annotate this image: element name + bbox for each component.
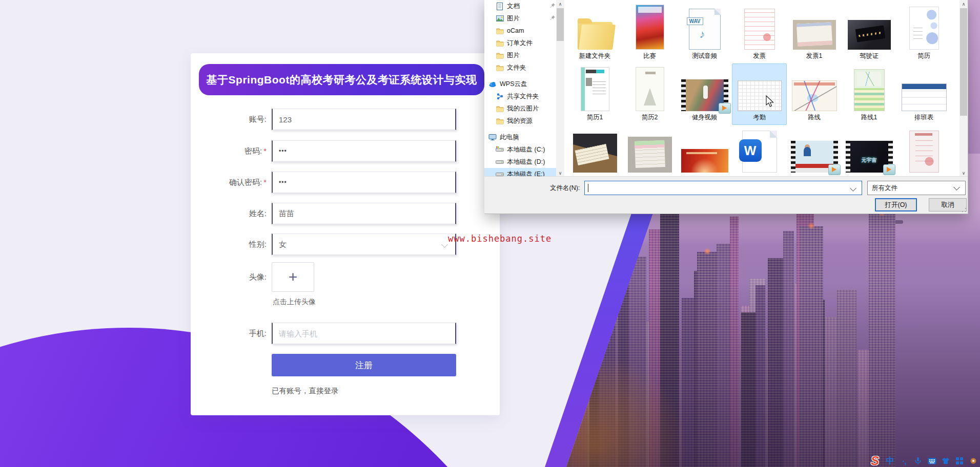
filelist-scrollbar[interactable]: ∧ ∨ [959, 0, 968, 177]
file-name-label: 驾驶证 [860, 52, 879, 60]
file-item[interactable]: WAV♪测试音频 [677, 2, 732, 63]
punctuation-icon[interactable]: ·, [899, 456, 909, 466]
skin-icon[interactable] [941, 456, 951, 466]
dialog-body: 文档图片oCam订单文件图片文件夹WPS云盘共享文件夹我的云图片我的资源此电脑本… [484, 0, 968, 177]
file-thumbnail-word: W [742, 131, 777, 173]
file-item[interactable] [677, 125, 732, 177]
open-button[interactable]: 打开(O) [875, 198, 917, 211]
file-item[interactable]: 简历 [896, 2, 951, 63]
text-caret [588, 184, 588, 192]
scroll-up-icon[interactable]: ∧ [556, 0, 564, 8]
file-item[interactable]: 简历2 [622, 63, 677, 125]
file-item[interactable] [787, 125, 842, 177]
scroll-up-icon[interactable]: ∧ [959, 0, 968, 8]
scroll-down-icon[interactable]: ∨ [959, 169, 968, 177]
sidebar-item[interactable]: 文件夹 [484, 61, 556, 74]
keyboard-icon[interactable] [927, 456, 937, 466]
sidebar-item[interactable]: 图片 [484, 12, 556, 25]
file-thumbnail-photo-receipt [628, 137, 672, 173]
password-input[interactable] [272, 140, 456, 162]
sidebar-item-label: WPS云盘 [500, 80, 527, 89]
sidebar-item[interactable]: 文档 [484, 0, 556, 12]
sidebar-item[interactable]: 本地磁盘 (C:) [484, 143, 556, 156]
file-name-label: 新建文件夹 [579, 52, 610, 60]
sidebar-item[interactable]: WPS云盘 [484, 78, 556, 90]
sidebar-scrollbar[interactable]: ∧ ∨ [556, 0, 564, 177]
avatar-upload-box[interactable]: + [272, 262, 314, 292]
filename-input[interactable] [584, 181, 862, 195]
file-thumbnail-video-news [791, 141, 838, 173]
file-item[interactable] [567, 125, 622, 177]
file-item[interactable]: 简历1 [567, 63, 622, 125]
chinese-mode-icon[interactable]: 中 [885, 456, 895, 466]
file-item[interactable]: 发票1 [787, 2, 842, 63]
play-badge-icon [828, 164, 841, 175]
file-item[interactable]: 新建文件夹 [567, 2, 622, 63]
file-item[interactable]: 路线 [787, 63, 842, 125]
avatar-label: 头像: [191, 272, 272, 282]
mic-icon[interactable] [913, 456, 923, 466]
tower-beacon-light [808, 222, 815, 229]
sidebar-item-label: 本地磁盘 (D:) [507, 158, 545, 166]
file-item[interactable]: 发票 [732, 2, 787, 63]
gender-label: 性别: [191, 240, 272, 249]
sidebar-item-label: 订单文件 [507, 39, 533, 48]
file-item[interactable]: 路线1 [842, 63, 896, 125]
name-input[interactable] [272, 203, 456, 224]
sidebar-item[interactable]: 本地磁盘 (E:) [484, 168, 556, 177]
sidebar-item[interactable]: 此电脑 [484, 131, 556, 143]
file-thumbnail-photo-invoice [793, 20, 836, 50]
folder-icon [496, 117, 504, 125]
sidebar-item[interactable]: 本地磁盘 (D:) [484, 156, 556, 168]
file-name-label: 路线 [808, 113, 821, 122]
resize-grip[interactable] [962, 207, 967, 213]
scroll-down-icon[interactable]: ∨ [556, 169, 564, 177]
diskc-icon [496, 145, 504, 154]
file-item[interactable] [622, 125, 677, 177]
confirm-password-row: 确认密码:* [191, 172, 456, 193]
confirm-password-input[interactable] [272, 172, 456, 193]
chevron-down-icon[interactable] [850, 185, 856, 192]
gender-select[interactable]: 女 [272, 234, 456, 255]
doc-icon [496, 2, 504, 10]
toolbox-icon[interactable] [954, 456, 965, 466]
file-thumbnail-map-green [854, 69, 885, 111]
file-item[interactable]: 驾驶证 [842, 2, 896, 63]
settings-icon[interactable] [968, 456, 978, 466]
sidebar-item[interactable]: 我的资源 [484, 115, 556, 127]
sidebar-item-label: 本地磁盘 (E:) [507, 170, 545, 177]
sidebar-item[interactable]: 共享文件夹 [484, 90, 556, 102]
file-item[interactable]: W [732, 125, 787, 177]
file-item[interactable]: 元宇宙 [842, 125, 896, 177]
filetype-dropdown[interactable]: 所有文件 [867, 181, 966, 195]
file-item[interactable]: 比赛 [622, 2, 677, 63]
file-item[interactable]: 考勤 [732, 63, 787, 125]
scrollbar-thumb[interactable] [960, 8, 967, 116]
building-silhouette [533, 365, 541, 467]
phone-label: 手机: [191, 329, 272, 338]
login-link[interactable]: 已有账号，直接登录 [272, 386, 339, 396]
account-input[interactable] [272, 109, 456, 130]
sidebar-item[interactable]: oCam [484, 25, 556, 37]
phone-input[interactable] [272, 323, 456, 344]
file-thumbnail-doc-blue [909, 7, 939, 50]
sidebar-item[interactable]: 图片 [484, 49, 556, 61]
file-thumbnail-video-gym [681, 79, 728, 111]
folder-icon [496, 27, 504, 35]
file-name-label: 简历1 [587, 113, 603, 122]
file-thumbnail-resume-photo [581, 67, 609, 111]
sidebar-item[interactable]: 订单文件 [484, 37, 556, 49]
sogou-logo[interactable]: S [868, 456, 882, 466]
chevron-down-icon [953, 184, 960, 190]
folder-icon [496, 39, 504, 47]
phone-row: 手机: [191, 323, 456, 344]
file-item[interactable]: 排班表 [896, 63, 951, 125]
file-item[interactable] [896, 125, 951, 177]
scrollbar-thumb[interactable] [557, 8, 564, 41]
cancel-button[interactable]: 取消 [929, 198, 967, 211]
sidebar-item[interactable]: 我的云图片 [484, 102, 556, 115]
register-button[interactable]: 注册 [272, 354, 456, 376]
play-badge-icon [719, 103, 731, 114]
folder-icon [496, 63, 504, 72]
file-item[interactable]: 健身视频 [677, 63, 732, 125]
